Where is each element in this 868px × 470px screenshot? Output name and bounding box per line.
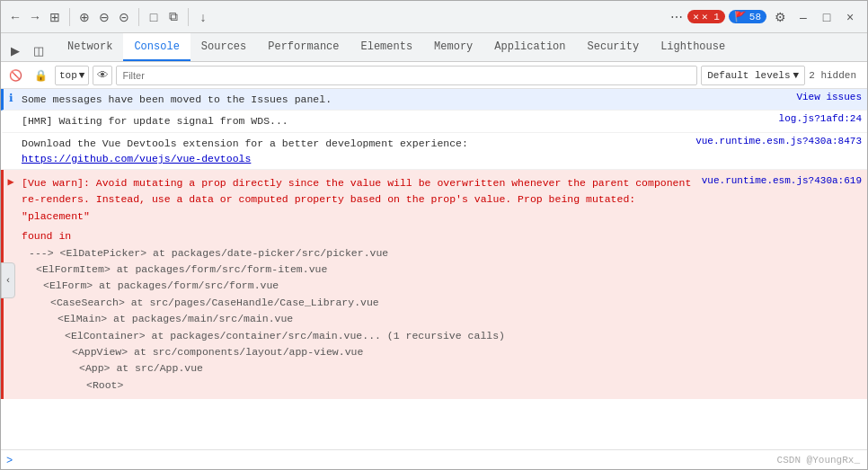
normal-icon	[4, 111, 18, 113]
zoom-out-button[interactable]: ⊖	[97, 10, 111, 24]
stack-line-1: ---> <ElDatePicker> at packages/date-pic…	[22, 245, 698, 262]
devtools-icons: ▶ ◫	[4, 40, 49, 61]
stack-line-7: <AppView> at src/components/layout/app-v…	[22, 344, 698, 360]
devtools-source[interactable]: vue.runtime.esm.js?430a:8473	[695, 133, 867, 149]
prompt-arrow-icon: >	[6, 455, 13, 467]
stack-line-2: <ElFormItem> at packages/form/src/form-i…	[22, 262, 698, 278]
stack-line-6: <ElContainer> at packages/container/src/…	[22, 328, 698, 344]
fit-button[interactable]: ⊝	[117, 10, 131, 24]
error-badge: ✕ ✕ 1	[687, 10, 724, 23]
tab-performance[interactable]: Performance	[257, 33, 350, 61]
inspect-element-button[interactable]: ▶	[4, 40, 26, 61]
dock-button[interactable]: ⧉	[166, 10, 181, 24]
info-badge: 🚩 58	[729, 10, 766, 23]
download-button[interactable]: ↓	[196, 10, 210, 24]
normal-icon2	[4, 133, 18, 136]
error-count: ✕ 1	[702, 11, 720, 22]
vue-warn-main-text: [Vue warn]: Avoid mutating a prop direct…	[22, 175, 698, 225]
stack-line-3: <ElForm> at packages/form/src/form.vue	[22, 278, 698, 294]
watermark: CSDN @YoungRx_	[777, 455, 860, 466]
more-button[interactable]: ⋯	[669, 10, 684, 24]
zoom-in-button[interactable]: ⊕	[77, 10, 92, 24]
devtools-message: Download the Vue Devtools extension for …	[1, 133, 867, 171]
new-tab-button[interactable]: □	[146, 10, 161, 24]
default-levels-dropdown[interactable]: Default levels ▼	[701, 66, 805, 85]
back-button[interactable]: ←	[8, 10, 22, 24]
tab-memory[interactable]: Memory	[423, 33, 483, 61]
flag-icon: 🚩	[734, 11, 747, 22]
side-panel-toggle[interactable]: ‹	[1, 262, 15, 298]
tab-network[interactable]: Network	[57, 33, 123, 61]
stack-line-9: <Root>	[22, 377, 698, 394]
console-main: ‹ ℹ Some messages have been moved to the…	[1, 89, 867, 470]
tab-security[interactable]: Security	[577, 33, 651, 61]
stack-line-8: <App> at src/App.vue	[22, 360, 698, 377]
separator3	[188, 8, 189, 26]
console-toolbar: 🚫 🔒 top ▼ 👁 Default levels ▼ 2 hidden	[1, 62, 867, 89]
restore-button[interactable]: □	[817, 7, 837, 27]
error-icon: ✕	[693, 11, 699, 22]
error-block-text: [Vue warn]: Avoid mutating a prop direct…	[18, 173, 702, 396]
info-count: 58	[749, 12, 761, 22]
expand-chevron-icon[interactable]: ▶	[7, 175, 13, 189]
hmr-message: [HMR] Waiting for update signal from WDS…	[1, 111, 867, 132]
tab-console[interactable]: Console	[123, 33, 190, 61]
tab-application[interactable]: Application	[483, 33, 576, 61]
forward-button[interactable]: →	[28, 10, 42, 24]
found-in-label: found in	[22, 228, 698, 244]
device-toolbar-button[interactable]: ◫	[28, 40, 49, 61]
stack-line-5: <ElMain> at packages/main/src/main.vue	[22, 311, 698, 327]
tab-elements[interactable]: Elements	[350, 33, 423, 61]
chevron-down-icon2: ▼	[793, 70, 800, 81]
tab-bar: ▶ ◫ Network Console Sources Performance …	[1, 33, 867, 62]
clear-console-button[interactable]: 🚫	[4, 65, 26, 86]
context-selector[interactable]: top ▼	[55, 66, 89, 85]
hmr-message-text: [HMR] Waiting for update signal from WDS…	[18, 111, 732, 131]
settings-button[interactable]: ⚙	[770, 7, 790, 27]
context-label: top	[59, 70, 77, 81]
info-icon: ℹ	[4, 89, 18, 105]
devtools-link[interactable]: https://github.com/vuejs/vue-devtools	[22, 153, 251, 164]
info-message-text: Some messages have been moved to the Iss…	[18, 89, 732, 110]
info-message: ℹ Some messages have been moved to the I…	[1, 89, 867, 111]
tab-sources[interactable]: Sources	[190, 33, 257, 61]
tab-lighthouse[interactable]: Lighthouse	[650, 33, 736, 61]
title-bar: ← → ⊞ ⊕ ⊖ ⊝ □ ⧉ ↓ ⋯ ✕ ✕ 1 🚩 58 ⚙ – □ ×	[1, 1, 867, 33]
title-bar-actions: ⋯ ✕ ✕ 1 🚩 58 ⚙ – □ ×	[669, 7, 860, 27]
separator2	[138, 8, 139, 26]
eye-button[interactable]: 👁	[93, 66, 112, 85]
error-source[interactable]: vue.runtime.esm.js?430a:619	[702, 173, 867, 396]
devtools-message-text: Download the Vue Devtools extension for …	[18, 133, 695, 170]
console-prompt[interactable]: >	[1, 449, 867, 470]
filter-toggle-button[interactable]: 🔒	[30, 65, 51, 86]
filter-input[interactable]	[116, 66, 697, 85]
vue-warn-error: ▶ [Vue warn]: Avoid mutating a prop dire…	[1, 170, 867, 399]
separator	[69, 8, 70, 26]
default-levels-label: Default levels	[707, 70, 790, 81]
minimize-button[interactable]: –	[793, 7, 813, 27]
error-block-inner: ▶ [Vue warn]: Avoid mutating a prop dire…	[4, 173, 867, 396]
console-content: ℹ Some messages have been moved to the I…	[1, 89, 867, 449]
view-issues-link[interactable]: View issues	[732, 89, 867, 105]
stack-trace: ---> <ElDatePicker> at packages/date-pic…	[22, 245, 698, 395]
stack-line-4: <CaseSearch> at src/pages/CaseHandle/Cas…	[22, 295, 698, 311]
grid-button[interactable]: ⊞	[48, 10, 62, 24]
hmr-source[interactable]: log.js?1afd:24	[732, 111, 867, 127]
hidden-count: 2 hidden	[809, 70, 864, 81]
chevron-down-icon: ▼	[79, 70, 85, 81]
close-button[interactable]: ×	[840, 7, 860, 27]
